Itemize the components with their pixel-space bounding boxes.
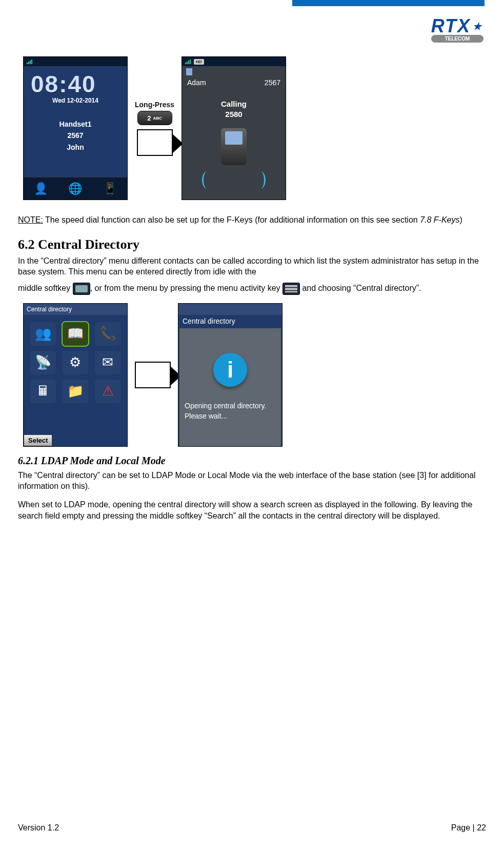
heading-6-2-1: 6.2.1 LDAP Mode and Local Mode (18, 455, 486, 467)
info-panel: i Opening central directory. Please wait… (179, 328, 281, 446)
phone-calling-screen: HD Adam 2567 Calling 2580 (182, 56, 286, 200)
folder-icon[interactable]: 📁 (63, 380, 88, 403)
key-2-button: 2 ABC (137, 111, 172, 125)
signal-icon (185, 59, 191, 64)
menu-title: Central directory (24, 304, 127, 315)
figure-speed-dial: 08:40 Wed 12-02-2014 Handset1 2567 John … (23, 56, 486, 200)
date: Wed 12-02-2014 (24, 97, 127, 104)
contact-number: 2567 (265, 78, 280, 87)
user-name: John (24, 142, 127, 153)
page-footer: Version 1.2 Page | 22 (18, 823, 486, 832)
calls-icon[interactable]: 📞 (95, 322, 120, 346)
logo-text: RTX⋆ (431, 15, 483, 37)
settings-icon[interactable]: ⚙ (63, 351, 88, 374)
contacts-icon[interactable]: 👥 (30, 322, 56, 346)
long-press-indicator: Long-Press 2 ABC (135, 101, 174, 156)
note-label: NOTE: (18, 215, 43, 224)
calling-box: Calling 2580 (198, 99, 270, 165)
hd-badge: HD (194, 59, 204, 65)
info-message: Opening central directory. Please wait..… (179, 401, 271, 421)
logo: RTX⋆ TELECOM (431, 15, 483, 43)
phone-idle-screen: 08:40 Wed 12-02-2014 Handset1 2567 John … (23, 56, 128, 200)
info-icon: i (213, 353, 247, 387)
page-number: Page | 22 (451, 823, 486, 832)
handset-number: 2567 (24, 130, 127, 141)
contact-name: Adam (187, 78, 206, 87)
arrow-indicator (135, 362, 171, 388)
title-bar-spacer (178, 304, 282, 315)
flag-icon (186, 68, 192, 75)
arrow-icon (137, 129, 173, 156)
handset-icon (221, 128, 247, 165)
softkey-book-icon (73, 283, 90, 295)
key-letters: ABC (153, 116, 162, 121)
note-paragraph: NOTE: The speed dial function can also b… (18, 214, 486, 226)
contacts-icon[interactable]: 👤 (34, 182, 48, 195)
figure-central-directory: Central directory 👥 📖 📞 📡 ⚙ ✉ 🖩 📁 ⚠ Sele… (23, 303, 486, 447)
phone-opening-directory-screen: Central directory i Opening central dire… (178, 303, 283, 447)
phone-menu-screen: Central directory 👥 📖 📞 📡 ⚙ ✉ 🖩 📁 ⚠ Sele… (23, 303, 128, 447)
paragraph-intro-2: middle softkey , or from the menu by pre… (18, 283, 486, 295)
calculator-icon[interactable]: 🖩 (30, 380, 56, 403)
messages-icon[interactable]: ✉ (95, 351, 120, 374)
menu-key-icon (283, 283, 300, 295)
select-softkey[interactable]: Select (24, 434, 52, 446)
sound-wave-icon (202, 171, 212, 189)
paragraph-ldap-1: The “Central directory” can be set to LD… (18, 470, 486, 492)
signal-icon (27, 59, 32, 64)
call-header (182, 66, 286, 77)
paragraph-ldap-2: When set to LDAP mode, opening the centr… (18, 499, 486, 521)
paragraph-intro-1: In the “Central directory” menu differen… (18, 255, 486, 277)
phone-icon[interactable]: 📱 (103, 182, 117, 195)
alert-icon[interactable]: ⚠ (95, 380, 120, 403)
heading-6-2: 6.2 Central Directory (18, 237, 486, 252)
menu-grid: 👥 📖 📞 📡 ⚙ ✉ 🖩 📁 ⚠ (24, 315, 127, 410)
sound-wave-icon (255, 171, 266, 189)
long-press-label: Long-Press (135, 101, 174, 109)
screen-title: Central directory (178, 315, 282, 327)
network-icon[interactable]: 📡 (30, 351, 56, 374)
key-digit: 2 (147, 114, 151, 122)
idle-info: Handset1 2567 John (24, 118, 127, 153)
version-label: Version 1.2 (18, 823, 59, 832)
softkey-bar: 👤 🌐 📱 (24, 177, 127, 200)
clock: 08:40 (31, 70, 127, 98)
arrow-icon (135, 362, 171, 388)
handset-name: Handset1 (24, 118, 127, 130)
globe-icon[interactable]: 🌐 (68, 182, 82, 195)
status-bar (24, 57, 127, 66)
central-directory-icon[interactable]: 📖 (63, 322, 88, 346)
status-bar: HD (182, 57, 286, 66)
header-accent-bar (292, 0, 485, 6)
calling-status: Calling 2580 (198, 99, 270, 119)
contact-row: Adam 2567 (182, 77, 286, 88)
